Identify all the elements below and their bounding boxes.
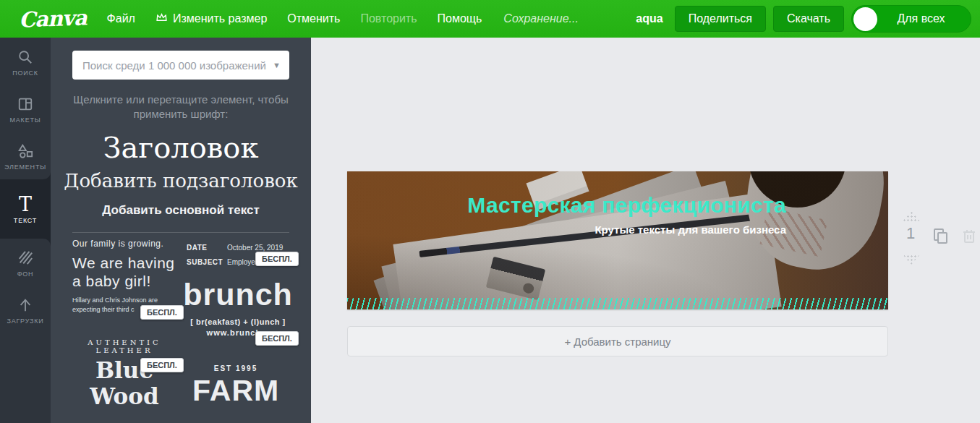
font-combo-farm[interactable]: EST 1995 FARM bbox=[192, 364, 279, 408]
free-badge: БЕСПЛ. bbox=[255, 252, 299, 266]
add-page-button[interactable]: + Добавить страницу bbox=[347, 326, 888, 356]
font-combinations: Our family is growing. We are having a b… bbox=[51, 233, 311, 401]
design-page[interactable]: Мастерская перфекциониста Крутые тексты … bbox=[347, 171, 888, 309]
add-subheading-item[interactable]: Добавить подзаголовок bbox=[51, 170, 311, 192]
font-combo-brunch[interactable]: brunch [ br(eakfast) + (l)unch ] www.bru… bbox=[183, 278, 293, 337]
chevron-down-icon[interactable]: ▼ bbox=[273, 61, 281, 69]
design-text-block: Мастерская перфекциониста Крутые тексты … bbox=[467, 193, 786, 236]
canva-logo[interactable]: Canva bbox=[18, 5, 87, 32]
combo-text: DATE bbox=[187, 244, 227, 252]
sidebar-rail: ПОИСК МАКЕТЫ ЭЛЕМЕНТЫ T ТЕКСТ bbox=[0, 38, 51, 423]
move-page-up-handle[interactable] bbox=[903, 211, 920, 221]
combo-text: Our family is growing. bbox=[72, 239, 184, 249]
combo-text: AUTHENTIC LEATHER bbox=[69, 338, 179, 354]
combo-text: FARM bbox=[192, 374, 279, 408]
image-search-box[interactable]: ▼ bbox=[72, 51, 289, 80]
sidebar-item-label: ТЕКСТ bbox=[14, 217, 37, 224]
hatch-stripe[interactable] bbox=[347, 298, 888, 309]
duplicate-page-icon[interactable] bbox=[932, 227, 949, 247]
layouts-icon bbox=[17, 95, 34, 113]
sidebar-item-uploads[interactable]: ЗАГРУЗКИ bbox=[0, 286, 51, 333]
share-button[interactable]: Поделиться bbox=[675, 6, 766, 32]
text-panel: ▼ Щелкните или перетащите элемент, чтобы… bbox=[51, 38, 311, 423]
combo-text: EST 1995 bbox=[192, 364, 279, 372]
free-badge: БЕСПЛ. bbox=[255, 331, 299, 346]
move-page-down-handle[interactable] bbox=[903, 255, 920, 265]
free-badge: БЕСПЛ. bbox=[140, 305, 184, 320]
add-heading-item[interactable]: Заголовок bbox=[51, 131, 311, 164]
rail-group-bottom: ФОН ЗАГРУЗКИ bbox=[0, 239, 51, 423]
sidebar-item-layouts[interactable]: МАКЕТЫ bbox=[0, 85, 51, 132]
sidebar-item-label: ЭЛЕМЕНТЫ bbox=[4, 163, 46, 171]
photo-overlay bbox=[347, 171, 888, 309]
design-subtitle[interactable]: Крутые тексты для вашего бизнеса bbox=[467, 223, 786, 236]
menu-resize[interactable]: Изменить размер bbox=[155, 12, 267, 25]
search-icon bbox=[17, 48, 34, 66]
elements-icon bbox=[17, 142, 34, 160]
delete-page-icon[interactable] bbox=[962, 228, 976, 247]
menu-help[interactable]: Помощь bbox=[438, 12, 482, 25]
crown-icon bbox=[155, 12, 168, 25]
sidebar-item-label: ФОН bbox=[17, 270, 34, 278]
top-bar: Canva Файл Изменить размер Отменить Повт… bbox=[0, 0, 980, 38]
free-badge: БЕСПЛ. bbox=[140, 358, 184, 372]
combo-text: brunch bbox=[183, 278, 293, 312]
rail-group-top: ПОИСК МАКЕТЫ ЭЛЕМЕНТЫ bbox=[0, 38, 51, 179]
username[interactable]: aqua bbox=[636, 12, 662, 25]
font-combo-baby[interactable]: Our family is growing. We are having a b… bbox=[72, 239, 184, 315]
avatar bbox=[853, 7, 877, 31]
audience-button[interactable]: Для всех bbox=[851, 5, 971, 33]
download-button[interactable]: Скачать bbox=[773, 6, 844, 32]
top-menu: Файл Изменить размер Отменить Повторить … bbox=[107, 12, 482, 25]
menu-redo[interactable]: Повторить bbox=[360, 12, 417, 25]
menu-file[interactable]: Файл bbox=[107, 12, 135, 25]
menu-undo[interactable]: Отменить bbox=[287, 12, 340, 25]
menu-resize-label: Изменить размер bbox=[173, 12, 267, 25]
sidebar-item-background[interactable]: ФОН bbox=[0, 239, 51, 286]
font-combo-bluewood[interactable]: AUTHENTIC LEATHER Blue Wood bbox=[69, 338, 179, 409]
audience-label: Для всех bbox=[877, 12, 971, 25]
text-icon: T bbox=[17, 196, 34, 213]
background-icon bbox=[17, 249, 34, 267]
design-title[interactable]: Мастерская перфекциониста bbox=[467, 193, 786, 218]
sidebar-item-label: МАКЕТЫ bbox=[9, 116, 41, 124]
panel-hint: Щелкните или перетащите элемент, чтобы п… bbox=[71, 93, 291, 122]
canva-editor: Canva Файл Изменить размер Отменить Повт… bbox=[0, 0, 980, 423]
sidebar-item-search[interactable]: ПОИСК bbox=[0, 38, 51, 85]
combo-text: SUBJECT bbox=[187, 258, 227, 266]
workspace: Мастерская перфекциониста Крутые тексты … bbox=[311, 38, 980, 423]
upload-arrow-icon bbox=[17, 296, 34, 314]
sidebar-item-elements[interactable]: ЭЛЕМЕНТЫ bbox=[0, 132, 51, 179]
combo-text: We are having a baby girl! bbox=[72, 254, 184, 290]
add-body-text-item[interactable]: Добавить основной текст bbox=[51, 203, 311, 218]
page-number: 1 bbox=[900, 224, 921, 243]
combo-text: [ br(eakfast) + (l)unch ] bbox=[183, 317, 293, 326]
search-input[interactable] bbox=[82, 59, 267, 72]
combo-text: October 25, 2019 bbox=[227, 244, 283, 252]
sidebar-item-text[interactable]: T ТЕКСТ bbox=[0, 181, 51, 236]
saving-status: Сохранение... bbox=[503, 12, 579, 25]
sidebar-item-label: ПОИСК bbox=[12, 69, 38, 77]
sidebar-item-label: ЗАГРУЗКИ bbox=[7, 317, 43, 325]
